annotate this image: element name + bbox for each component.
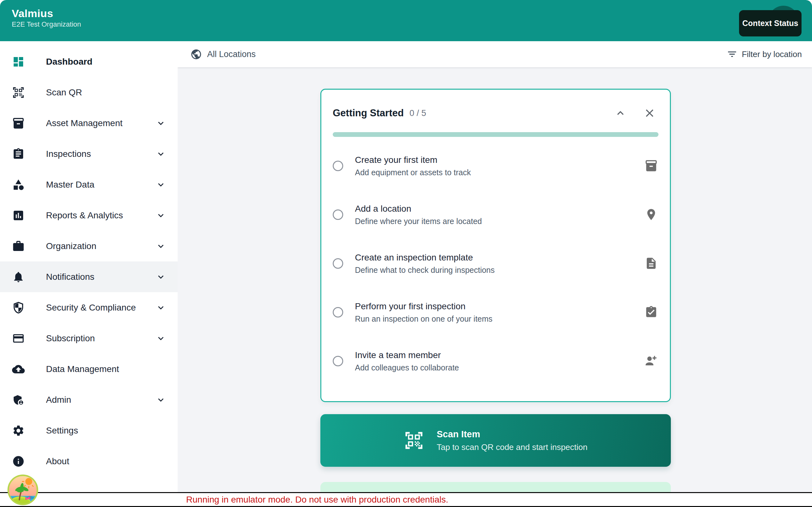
sidebar-item-dashboard[interactable]: Dashboard (0, 46, 177, 77)
sidebar-item-master-data[interactable]: Master Data (0, 169, 177, 200)
shield-half-icon (12, 301, 25, 314)
chevron-down-icon (155, 179, 166, 190)
progress-bar (333, 132, 658, 137)
chevron-down-icon (155, 210, 166, 221)
emulator-warning-banner: Running in emulator mode. Do not use wit… (0, 492, 812, 507)
sidebar-item-label: Admin (46, 395, 71, 405)
scan-item-subtitle: Tap to scan QR code and start inspection (437, 442, 588, 452)
app-header: Valmius E2E Test Organization Context St… (0, 0, 812, 41)
org-identity: Valmius E2E Test Organization (12, 7, 81, 29)
checkbox-circle[interactable] (333, 307, 343, 318)
checkbox-circle[interactable] (333, 161, 343, 171)
location-pin-icon (645, 208, 658, 221)
checklist-item-invite-member[interactable]: Invite a team member Add colleagues to c… (333, 337, 658, 385)
info-icon (12, 455, 25, 468)
sidebar-item-inspections[interactable]: Inspections (0, 138, 177, 169)
sidebar-item-label: About (46, 456, 69, 466)
sidebar-item-label: Security & Compliance (46, 302, 136, 313)
location-selector[interactable]: All Locations (207, 49, 256, 59)
main-content: Getting Started 0 / 5 (177, 67, 812, 507)
sidebar-item-notifications[interactable]: Notifications (0, 262, 177, 292)
sidebar-item-security-compliance[interactable]: Security & Compliance (0, 292, 177, 323)
checklist-item-add-location[interactable]: Add a location Define where your items a… (333, 190, 658, 239)
sidebar: Dashboard Scan QR Asset Management Inspe… (0, 41, 177, 507)
sidebar-item-reports-analytics[interactable]: Reports & Analytics (0, 200, 177, 231)
sidebar-item-label: Master Data (46, 180, 95, 190)
chevron-up-icon (614, 107, 627, 119)
location-toolbar: All Locations Filter by location (177, 41, 812, 67)
sidebar-item-label: Notifications (46, 272, 95, 282)
chevron-down-icon (155, 302, 166, 313)
sidebar-item-about[interactable]: About (0, 446, 177, 476)
sidebar-item-label: Settings (46, 426, 78, 436)
scan-item-button[interactable]: Scan Item Tap to scan QR code and start … (320, 414, 671, 467)
clipboard-check-icon (645, 305, 658, 319)
sidebar-item-label: Inspections (46, 149, 91, 159)
shield-person-icon (12, 394, 25, 406)
close-button[interactable] (643, 107, 656, 119)
chevron-down-icon (155, 272, 166, 282)
checklist-item-title: Perform your first inspection (355, 301, 493, 312)
chevron-down-icon (155, 241, 166, 251)
checkbox-circle[interactable] (333, 258, 343, 269)
chevron-down-icon (155, 395, 166, 405)
document-icon (645, 257, 658, 270)
sidebar-item-admin[interactable]: Admin (0, 384, 177, 415)
checklist-item-subtitle: Run an inspection on one of your items (355, 314, 493, 324)
getting-started-card: Getting Started 0 / 5 (320, 89, 671, 402)
checklist-item-perform-inspection[interactable]: Perform your first inspection Run an ins… (333, 288, 658, 337)
sidebar-item-label: Scan QR (46, 88, 82, 98)
checklist-item-subtitle: Add equipment or assets to track (355, 168, 471, 177)
globe-icon (190, 49, 202, 60)
bar-chart-icon (12, 209, 25, 222)
filter-by-location-button[interactable]: Filter by location (725, 49, 804, 60)
qr-scanner-icon (404, 430, 424, 451)
filter-by-location-label: Filter by location (742, 49, 802, 59)
briefcase-icon (12, 240, 25, 252)
checklist-item-text: Create an inspection template Define wha… (355, 252, 495, 275)
archive-box-icon (645, 159, 658, 172)
content-column: Getting Started 0 / 5 (320, 89, 671, 507)
checklist-item-subtitle: Define what to check during inspections (355, 266, 495, 275)
checklist-item-subtitle: Add colleagues to collaborate (355, 363, 459, 372)
context-status-button[interactable]: Context Status (739, 10, 802, 37)
checklist-item-text: Add a location Define where your items a… (355, 204, 482, 226)
sidebar-item-asset-management[interactable]: Asset Management (0, 108, 177, 138)
org-subtitle: E2E Test Organization (12, 20, 81, 29)
scan-item-title: Scan Item (437, 429, 588, 440)
sidebar-item-scan-qr[interactable]: Scan QR (0, 77, 177, 108)
sidebar-item-organization[interactable]: Organization (0, 231, 177, 262)
clipboard-list-icon (12, 148, 25, 160)
sidebar-item-subscription[interactable]: Subscription (0, 323, 177, 354)
collapse-button[interactable] (614, 107, 627, 119)
sidebar-item-data-management[interactable]: Data Management (0, 354, 177, 384)
checklist-item-title: Invite a team member (355, 350, 459, 360)
cloud-upload-icon (12, 363, 25, 376)
checklist-item-create-template[interactable]: Create an inspection template Define wha… (333, 239, 658, 288)
sidebar-item-label: Data Management (46, 364, 119, 374)
inventory-box-icon (12, 117, 25, 130)
dashboard-icon (12, 55, 25, 68)
checkbox-circle[interactable] (333, 210, 343, 220)
emulator-warning-text: Running in emulator mode. Do not use wit… (186, 495, 448, 505)
sidebar-item-label: Dashboard (46, 57, 92, 67)
bell-icon (12, 271, 25, 283)
shapes-icon (12, 178, 25, 191)
credit-card-icon (12, 332, 25, 345)
person-add-icon (645, 354, 658, 368)
sidebar-item-label: Reports & Analytics (46, 210, 123, 221)
checklist-item-title: Add a location (355, 204, 482, 214)
getting-started-checklist: Create your first item Add equipment or … (333, 141, 658, 385)
checklist-item-title: Create your first item (355, 155, 471, 165)
sidebar-item-label: Subscription (46, 333, 95, 343)
chevron-down-icon (155, 118, 166, 129)
checklist-item-text: Perform your first inspection Run an ins… (355, 301, 493, 324)
sidebar-item-settings[interactable]: Settings (0, 415, 177, 446)
checklist-item-create-first-item[interactable]: Create your first item Add equipment or … (333, 141, 658, 190)
org-title: Valmius (12, 7, 81, 20)
chevron-down-icon (155, 333, 166, 344)
checkbox-circle[interactable] (333, 356, 343, 366)
qr-scanner-icon (12, 86, 25, 99)
island-app-icon[interactable] (7, 474, 39, 506)
close-icon (643, 107, 656, 119)
